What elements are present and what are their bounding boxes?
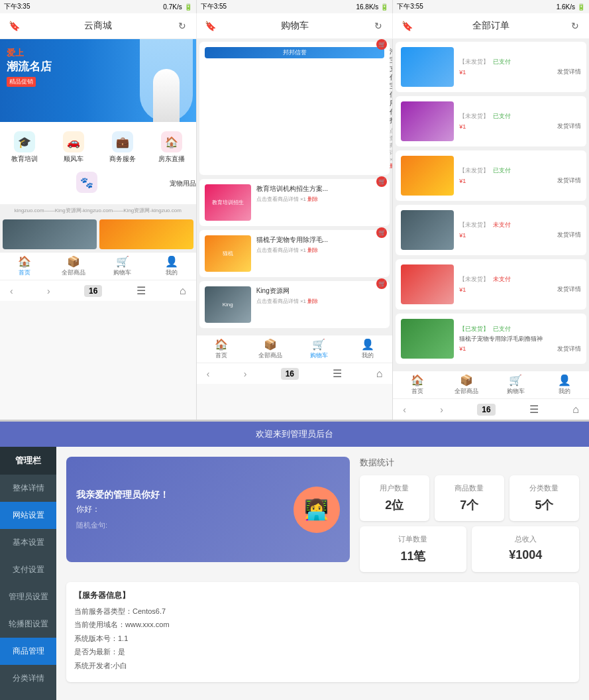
order-2-tag: 【未发货】 (459, 112, 489, 121)
sidebar-item-basic[interactable]: 基本设置 (0, 529, 56, 556)
banner: 爱上 潮流名店 精品促销 (0, 39, 196, 122)
tab-number-3[interactable]: 16 (477, 404, 495, 416)
welcome-card: 我亲爱的管理员你好！ 你好： 随机金句: 👩‍💻 (66, 457, 350, 562)
app-title-1: 云商城 (21, 20, 175, 32)
order-6-price: ¥1 (459, 345, 466, 352)
order-item-3[interactable]: 【未发货】 已支付 ¥1 发货详情 (396, 150, 586, 201)
bottom-nav-products-3[interactable]: 📦 全部商品 (442, 374, 491, 396)
sidebar-item-website[interactable]: 网站设置 (0, 502, 56, 529)
bottom-nav-3: 🏠 首页 📦 全部商品 🛒 购物车 👤 我的 (393, 371, 589, 398)
order-item-1[interactable]: 【未发货】 已支付 ¥1 发货详情 (396, 42, 586, 92)
bookmark-icon-1[interactable]: 🔖 (7, 19, 21, 33)
nav-item-rideshare[interactable]: 🚗 顺风车 (49, 127, 98, 168)
server-info-row-3: 系统版本号：1.1 (74, 634, 571, 644)
bottom-nav-cart-2[interactable]: 🛒 购物车 (295, 338, 344, 360)
refresh-icon-1[interactable]: ↻ (175, 19, 189, 33)
bottom-nav-home-3[interactable]: 🏠 首页 (393, 374, 442, 396)
stats-title: 数据统计 (360, 457, 579, 469)
menu-icon-1[interactable]: ☰ (136, 284, 146, 297)
order-5-btn[interactable]: 发货详情 (557, 285, 581, 294)
product-2[interactable]: 猫梳子宠物专用除浮毛刷撸... ¥1 库存11 (99, 219, 193, 249)
server-info-title: 【服务器信息】 (74, 590, 571, 601)
phone-home-icon-1[interactable]: ⌂ (180, 285, 186, 297)
menu-icon-3[interactable]: ☰ (529, 403, 539, 416)
bottom-nav-cart-1[interactable]: 🛒 购物车 (98, 255, 147, 277)
back-arrow-1[interactable]: ‹ (10, 286, 13, 296)
product-grid: King资源网 ¥1 库存999 猫梳子宠物专用除浮毛刷撸... ¥1 库存11 (0, 217, 196, 252)
refresh-icon-2[interactable]: ↻ (371, 19, 386, 33)
cart-badge-4: 🛒 (376, 278, 387, 289)
bottom-nav-me-2[interactable]: 👤 我的 (343, 338, 392, 360)
cart-icon-1: 🛒 (98, 255, 147, 268)
order-2-btn[interactable]: 发货详情 (557, 122, 581, 131)
order-6-img (401, 319, 454, 359)
forward-arrow-3[interactable]: › (440, 404, 443, 415)
refresh-icon-3[interactable]: ↻ (568, 19, 582, 33)
order-item-2[interactable]: 【未发货】 已支付 ¥1 发货详情 (396, 96, 586, 146)
pet-icon: 🐾 (80, 176, 93, 189)
order-item-5[interactable]: 【未发货】 未支付 ¥1 发货详情 (396, 259, 586, 310)
bottom-nav-products-1[interactable]: 📦 全部商品 (49, 255, 98, 277)
bottom-nav-home-1[interactable]: 🏠 首页 (0, 255, 49, 277)
welcome-quote-label: 随机金句: (76, 520, 169, 530)
nav-item-pet[interactable]: 🐾 宠物用品 (0, 168, 196, 199)
order-6-btn[interactable]: 发货详情 (557, 345, 581, 353)
menu-icon-2[interactable]: ☰ (333, 367, 342, 380)
nav-item-education[interactable]: 🎓 教育培训 (0, 127, 49, 168)
order-1-info: 【未发货】 已支付 ¥1 发货详情 (454, 58, 581, 76)
bookmark-icon-3[interactable]: 🔖 (400, 19, 414, 33)
cart-item-1[interactable]: 🛒 邦邦信誉 淘宝支付宝信用代拍... 点击查看商品详情 ×1 删除 (199, 42, 390, 175)
back-arrow-2[interactable]: ‹ (207, 369, 210, 379)
delete-icon-3[interactable]: 删除 (307, 247, 318, 253)
order-1-tag: 【未发货】 (459, 58, 489, 66)
cart-item-2-img: 教育培训招生 (205, 184, 251, 221)
cart-item-4[interactable]: 🛒 King King资源网 点击查看商品详情 ×1 删除 (199, 281, 390, 328)
sidebar-item-products[interactable]: 商品管理 (0, 638, 56, 665)
sidebar-item-categories[interactable]: 分类详情 (0, 665, 56, 692)
back-arrow-3[interactable]: ‹ (403, 404, 406, 415)
nav-item-home[interactable]: 🏠 房东直播 (147, 127, 196, 168)
statusbar-3-right: 1.6K/s 🔋 (557, 3, 585, 11)
order-1-price: ¥1 (459, 69, 466, 76)
bottom-nav-products-2[interactable]: 📦 全部商品 (246, 338, 295, 360)
app-header-2: 🔖 购物车 ↻ (197, 13, 394, 39)
bottom-nav-cart-3[interactable]: 🛒 购物车 (491, 374, 540, 396)
sidebar-item-admin[interactable]: 管理员设置 (0, 583, 56, 611)
sidebar-item-carousel[interactable]: 轮播图设置 (0, 611, 56, 638)
sidebar-item-payment[interactable]: 支付设置 (0, 556, 56, 583)
phone-home-icon-2[interactable]: ⌂ (376, 368, 383, 380)
nav-item-business[interactable]: 💼 商务服务 (98, 127, 147, 168)
cart-item-4-title: King资源网 (256, 286, 385, 295)
forward-arrow-2[interactable]: › (244, 369, 247, 379)
bottom-nav-me-3[interactable]: 👤 我的 (540, 374, 589, 396)
cart-item-2[interactable]: 🛒 教育培训招生 教育培训机构招生方案... 点击查看商品详情 ×1 删除 (199, 179, 390, 226)
sidebar-item-overview[interactable]: 整体详情 (0, 475, 56, 502)
order-3-btn[interactable]: 发货详情 (557, 176, 581, 185)
order-5-status: 【未发货】 未支付 (459, 275, 581, 284)
bottom-nav-home-2[interactable]: 🏠 首页 (197, 338, 246, 360)
home-bottom-icon-2: 🏠 (197, 338, 246, 351)
delete-icon-4[interactable]: 删除 (307, 298, 318, 304)
phone-home-icon-3[interactable]: ⌂ (572, 404, 579, 416)
cart-icon-3: 🛒 (491, 374, 540, 386)
admin-welcome-bar: 欢迎来到管理员后台 (0, 422, 589, 447)
cart-item-3[interactable]: 🛒 猫梳 猫梳子宠物专用除浮毛... 点击查看商品详情 ×1 删除 (199, 230, 390, 277)
bottom-nav-me-1[interactable]: 👤 我的 (147, 255, 196, 277)
order-item-6[interactable]: 【已发货】 已支付 猫梳子宠物专用除浮毛刷撸猫神 ¥1 发货详情 (396, 314, 586, 364)
product-1[interactable]: King资源网 ¥1 库存999 (3, 219, 97, 249)
cart-item-1-info: 淘宝支付宝信用代拍... 点击查看商品详情 ×1 删除 (384, 47, 393, 170)
nav-label-rideshare: 顺风车 (49, 154, 98, 164)
tab-number-1[interactable]: 16 (84, 285, 102, 297)
forward-arrow-1[interactable]: › (47, 286, 50, 296)
products-icon-2: 📦 (246, 338, 295, 351)
tab-number-2[interactable]: 16 (281, 368, 299, 380)
order-1-btn[interactable]: 发货详情 (557, 68, 581, 76)
delete-icon-2[interactable]: 删除 (307, 196, 318, 202)
order-6-title: 猫梳子宠物专用除浮毛刷撸猫神 (459, 335, 581, 343)
sidebar-item-add-product[interactable]: 添加商品 (0, 692, 56, 700)
order-4-btn[interactable]: 发货详情 (557, 231, 581, 239)
bookmark-icon-2[interactable]: 🔖 (203, 19, 218, 33)
order-item-4[interactable]: 【未发货】 未支付 ¥1 发货详情 (396, 205, 586, 255)
order-4-tag: 【未发货】 (459, 221, 489, 229)
home-icon: 🏠 (165, 136, 178, 148)
